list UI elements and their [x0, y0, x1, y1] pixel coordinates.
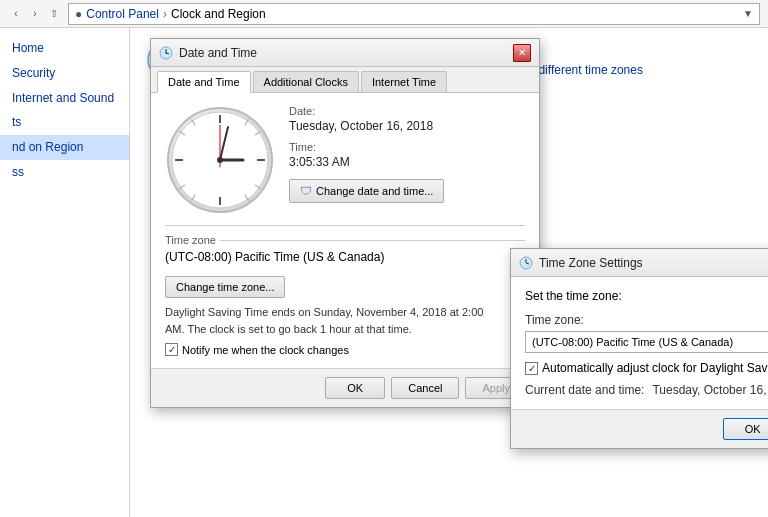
- change-timezone-button[interactable]: Change time zone...: [165, 276, 285, 298]
- dialog-footer: OK Cancel Apply: [151, 368, 539, 407]
- notify-row: ✓ Notify me when the clock changes: [165, 343, 525, 356]
- change-date-time-button[interactable]: 🛡 Change date and time...: [289, 179, 444, 203]
- timezone-label-row: Time zone: [165, 234, 525, 246]
- notify-checkbox[interactable]: ✓: [165, 343, 178, 356]
- dt-info: Date: Tuesday, October 16, 2018 Time: 3:…: [289, 105, 525, 203]
- shield-icon: 🛡: [300, 184, 312, 198]
- dialog-clock-icon: [159, 46, 173, 60]
- breadcrumb-icon: ●: [75, 7, 82, 21]
- tab-date-time[interactable]: Date and Time: [157, 71, 251, 93]
- sidebar: Home Security Internet and Sound ts nd o…: [0, 28, 130, 517]
- tz-intro: Set the time zone:: [525, 289, 768, 303]
- back-button[interactable]: ‹: [8, 6, 24, 22]
- dropdown-arrow-icon[interactable]: ▼: [743, 8, 753, 19]
- tz-dialog-title-text: Time Zone Settings: [539, 256, 643, 270]
- time-label: Time:: [289, 141, 525, 153]
- dt-main: Date: Tuesday, October 16, 2018 Time: 3:…: [165, 105, 525, 215]
- tab-additional-clocks[interactable]: Additional Clocks: [253, 71, 359, 92]
- forward-button[interactable]: ›: [27, 6, 43, 22]
- tab-bar: Date and Time Additional Clocks Internet…: [151, 67, 539, 93]
- time-value: 3:05:33 AM: [289, 155, 525, 169]
- sidebar-item-security[interactable]: Security: [0, 61, 129, 86]
- svg-point-8: [165, 52, 167, 54]
- cancel-button[interactable]: Cancel: [391, 377, 459, 399]
- breadcrumb: ● Control Panel › Clock and Region ▼: [68, 3, 760, 25]
- sidebar-item-region[interactable]: nd on Region: [0, 135, 129, 160]
- dialog-title-text: Date and Time: [179, 46, 257, 60]
- tz-dropdown-value: (UTC-08:00) Pacific Time (US & Canada): [532, 336, 733, 348]
- tz-dialog-footer: OK Cancel: [511, 409, 768, 448]
- breadcrumb-part2: Clock and Region: [171, 7, 266, 21]
- tz-dropdown[interactable]: (UTC-08:00) Pacific Time (US & Canada) ▼: [525, 331, 768, 353]
- date-label: Date:: [289, 105, 525, 117]
- tab-internet-time[interactable]: Internet Time: [361, 71, 447, 92]
- dialog-overlay: Date and Time ✕ Date and Time Additional…: [130, 28, 768, 517]
- date-time-dialog: Date and Time ✕ Date and Time Additional…: [150, 38, 540, 408]
- tz-dst-row: ✓ Automatically adjust clock for Dayligh…: [525, 361, 768, 375]
- tz-dst-checkbox[interactable]: ✓: [525, 362, 538, 375]
- dialog-titlebar: Date and Time ✕: [151, 39, 539, 67]
- timezone-group-label: Time zone: [165, 234, 216, 246]
- sidebar-item-ts[interactable]: ts: [0, 110, 129, 135]
- sidebar-item-internet[interactable]: Internet and Sound: [0, 86, 129, 111]
- nav-icons: ‹ › ⇧: [8, 6, 62, 22]
- breadcrumb-part1[interactable]: Control Panel: [86, 7, 159, 21]
- sidebar-item-ss[interactable]: ss: [0, 160, 129, 185]
- tz-dialog-icon: [519, 256, 533, 270]
- address-bar: ‹ › ⇧ ● Control Panel › Clock and Region…: [0, 0, 768, 28]
- timezone-display: (UTC-08:00) Pacific Time (US & Canada): [165, 250, 525, 264]
- dst-info: Daylight Saving Time ends on Sunday, Nov…: [165, 304, 505, 337]
- tz-field-label: Time zone:: [525, 313, 768, 327]
- tz-dst-label: Automatically adjust clock for Daylight …: [542, 361, 768, 375]
- tz-ok-button[interactable]: OK: [723, 418, 768, 440]
- dialog-close-button[interactable]: ✕: [513, 44, 531, 62]
- tz-current-label: Current date and time:: [525, 383, 644, 397]
- notify-label: Notify me when the clock changes: [182, 344, 349, 356]
- tz-current-value: Tuesday, October 16, 2018, 3:05 AM: [652, 383, 768, 397]
- analog-clock: [165, 105, 275, 215]
- tz-dialog-titlebar: Time Zone Settings ✕: [511, 249, 768, 277]
- timezone-section: Time zone (UTC-08:00) Pacific Time (US &…: [165, 225, 525, 298]
- content-area: Date and Time Set the time and date | Ch…: [130, 28, 768, 517]
- dialog-content: Date: Tuesday, October 16, 2018 Time: 3:…: [151, 93, 539, 368]
- main-area: Home Security Internet and Sound ts nd o…: [0, 28, 768, 517]
- ok-button[interactable]: OK: [325, 377, 385, 399]
- breadcrumb-sep: ›: [163, 7, 167, 21]
- svg-point-26: [217, 157, 223, 163]
- sidebar-item-home[interactable]: Home: [0, 36, 129, 61]
- up-button[interactable]: ⇧: [46, 6, 62, 22]
- tz-current-row: Current date and time: Tuesday, October …: [525, 383, 768, 397]
- timezone-settings-dialog: Time Zone Settings ✕ Set the time zone: …: [510, 248, 768, 449]
- tz-content: Set the time zone: Time zone: (UTC-08:00…: [511, 277, 768, 409]
- date-value: Tuesday, October 16, 2018: [289, 119, 525, 133]
